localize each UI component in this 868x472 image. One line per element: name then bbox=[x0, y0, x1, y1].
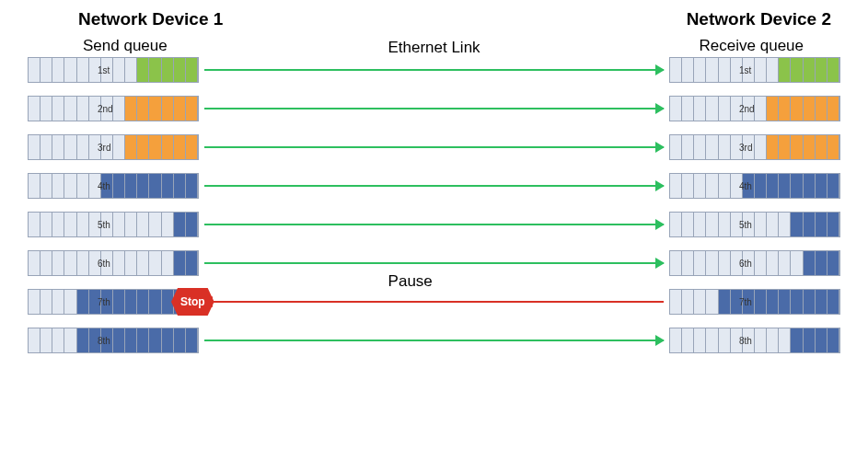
queue-label: 3rd bbox=[739, 143, 752, 153]
queue-cell bbox=[694, 290, 706, 314]
queue-cell bbox=[41, 58, 52, 82]
ethernet-arrow bbox=[204, 262, 664, 264]
queue-cell bbox=[670, 58, 682, 82]
queue-cell bbox=[791, 328, 803, 352]
queue-cell bbox=[113, 213, 125, 236]
queue-cell bbox=[64, 290, 76, 314]
queue-cell bbox=[827, 135, 839, 159]
link-row bbox=[204, 212, 664, 237]
queue-cell bbox=[827, 174, 839, 198]
receive-queue-row: 8th bbox=[669, 328, 840, 353]
queue-cell bbox=[827, 290, 839, 314]
queue-cell bbox=[137, 174, 149, 198]
queue-cell bbox=[186, 58, 198, 82]
queue-cell bbox=[77, 135, 89, 159]
queue-cell bbox=[174, 213, 186, 236]
queue-cell bbox=[719, 174, 731, 198]
queue-cell bbox=[719, 213, 731, 236]
queue-cell bbox=[149, 290, 161, 314]
queue-cell bbox=[767, 97, 779, 121]
queue-cell bbox=[29, 290, 41, 314]
receive-queue-row: 3rd bbox=[669, 134, 840, 160]
queue-cell bbox=[694, 174, 706, 198]
send-queue-row: 1st bbox=[28, 57, 199, 83]
queue-cell bbox=[41, 174, 52, 198]
send-queue-column: 1st2nd3rd4th5th6th7th8th bbox=[28, 57, 199, 353]
queue-cell bbox=[41, 328, 52, 352]
queue-cell bbox=[791, 58, 803, 82]
queue-cell bbox=[52, 174, 64, 198]
receive-queue-row: 4th bbox=[669, 173, 840, 199]
ethernet-arrow bbox=[204, 146, 664, 148]
send-queue-row: 6th bbox=[28, 250, 199, 276]
queue-cell bbox=[755, 213, 767, 236]
queue-cell bbox=[804, 135, 816, 159]
link-row bbox=[204, 250, 664, 276]
queue-cell bbox=[670, 213, 682, 236]
queue-cell bbox=[791, 251, 803, 275]
queue-cell bbox=[779, 213, 791, 236]
queue-cell bbox=[767, 135, 779, 159]
queue-cell bbox=[64, 97, 76, 121]
queue-cell bbox=[113, 174, 125, 198]
queue-cell bbox=[113, 58, 125, 82]
queue-cell bbox=[827, 213, 839, 236]
queue-cell bbox=[41, 290, 52, 314]
send-queue-row: 4th bbox=[28, 173, 199, 199]
queue-cell bbox=[77, 251, 89, 275]
queue-cell bbox=[162, 135, 174, 159]
ethernet-arrow bbox=[204, 185, 664, 187]
queue-cell bbox=[719, 290, 731, 314]
queue-cell bbox=[186, 251, 198, 275]
queue-cell bbox=[174, 251, 186, 275]
queue-cell bbox=[816, 135, 827, 159]
queue-label: 2nd bbox=[739, 104, 755, 114]
queue-cell bbox=[719, 58, 731, 82]
queue-cell bbox=[755, 97, 767, 121]
queue-cell bbox=[29, 97, 41, 121]
queue-cell bbox=[29, 328, 41, 352]
queue-cell bbox=[162, 97, 174, 121]
queue-cell bbox=[41, 213, 52, 236]
queue-cell bbox=[682, 328, 694, 352]
queue-cell bbox=[670, 328, 682, 352]
queue-cell bbox=[52, 97, 64, 121]
queue-cell bbox=[804, 290, 816, 314]
queue-cell bbox=[779, 97, 791, 121]
queue-cell bbox=[149, 97, 161, 121]
queue-cell bbox=[755, 135, 767, 159]
queue-cell bbox=[827, 97, 839, 121]
queue-label: 4th bbox=[739, 181, 752, 191]
queue-cell bbox=[670, 97, 682, 121]
queue-cell bbox=[719, 135, 731, 159]
queue-cell bbox=[767, 213, 779, 236]
queue-cell bbox=[791, 174, 803, 198]
queue-cell bbox=[29, 58, 41, 82]
queue-cell bbox=[827, 328, 839, 352]
queue-cell bbox=[719, 97, 731, 121]
queue-cell bbox=[52, 251, 64, 275]
pause-label: Pause bbox=[388, 272, 433, 291]
queue-cell bbox=[767, 58, 779, 82]
queue-cell bbox=[77, 213, 89, 236]
link-row bbox=[204, 134, 664, 160]
queue-cell bbox=[791, 290, 803, 314]
link-column: Ethernet LinkPauseStop bbox=[199, 57, 669, 353]
queue-cell bbox=[125, 213, 137, 236]
device1-title: Network Device 1 bbox=[78, 9, 223, 29]
queue-cell bbox=[719, 328, 731, 352]
queue-cell bbox=[77, 58, 89, 82]
queue-cell bbox=[52, 328, 64, 352]
queue-label: 2nd bbox=[98, 104, 113, 114]
queue-cell bbox=[52, 135, 64, 159]
queue-cell bbox=[816, 174, 827, 198]
queue-label: 5th bbox=[739, 220, 752, 230]
send-queue-row: 2nd bbox=[28, 96, 199, 121]
pause-arrow bbox=[204, 301, 664, 303]
queue-cell bbox=[816, 213, 827, 236]
link-row bbox=[204, 96, 664, 121]
queue-cell bbox=[162, 328, 174, 352]
queue-cell bbox=[162, 174, 174, 198]
receive-queue-row: 1st bbox=[669, 57, 840, 83]
send-queue-row: 3rd bbox=[28, 134, 199, 160]
